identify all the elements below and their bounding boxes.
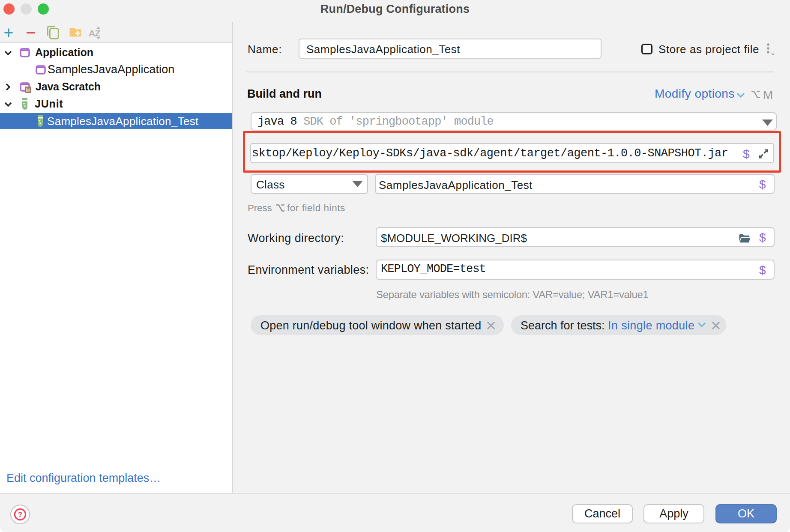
svg-text:AZ: AZ: [89, 28, 100, 38]
svg-text:?: ?: [18, 511, 22, 519]
